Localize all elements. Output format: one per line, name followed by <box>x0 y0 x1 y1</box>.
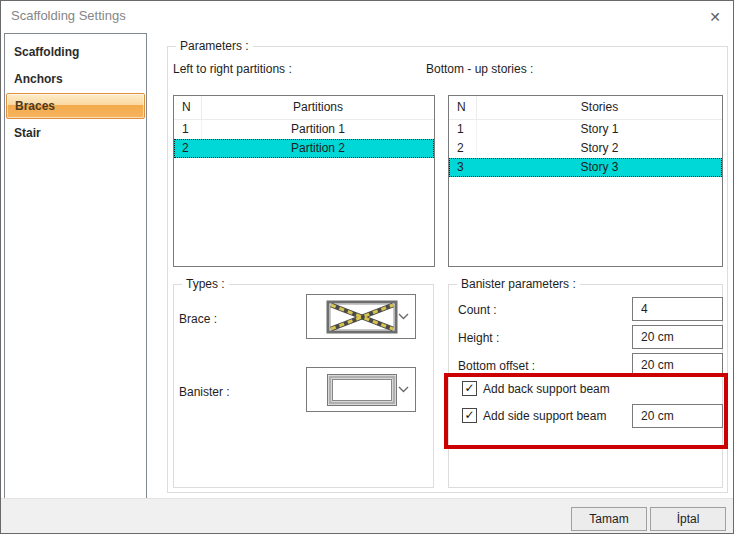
scaffolding-settings-dialog: Scaffolding Settings ✕ Scaffolding Ancho… <box>0 0 734 534</box>
table-row[interactable]: 2 Story 2 <box>449 139 722 158</box>
back-support-beam-label: Add back support beam <box>483 382 610 396</box>
partitions-table-header: N Partitions <box>174 96 434 120</box>
table-row-selected[interactable]: 3 Story 3 <box>449 158 722 177</box>
column-header-stories[interactable]: Stories <box>477 96 722 119</box>
banister-parameters-group-label: Banister parameters : <box>457 277 580 291</box>
sidebar-item-scaffolding[interactable]: Scaffolding <box>5 39 146 66</box>
side-support-beam-label: Add side support beam <box>483 409 606 423</box>
table-row-selected[interactable]: 2 Partition 2 <box>174 139 434 158</box>
bottom-offset-field[interactable] <box>632 353 723 377</box>
height-field[interactable] <box>632 325 723 349</box>
types-group-label: Types : <box>182 277 229 291</box>
bottom-offset-label: Bottom offset : <box>458 359 535 373</box>
row-index: 3 <box>449 158 477 177</box>
row-value: Partition 2 <box>202 139 434 158</box>
close-icon[interactable]: ✕ <box>702 5 728 29</box>
cancel-button[interactable]: İptal <box>650 507 726 531</box>
stories-table-header: N Stories <box>449 96 722 120</box>
row-index: 2 <box>174 139 202 158</box>
category-sidebar: Scaffolding Anchors Braces Stair <box>4 33 147 499</box>
count-field[interactable] <box>632 297 723 321</box>
row-value: Story 3 <box>477 158 722 177</box>
row-value: Story 1 <box>477 120 722 139</box>
height-label: Height : <box>458 331 499 345</box>
count-label: Count : <box>458 303 497 317</box>
row-index: 1 <box>174 120 202 139</box>
brace-type-dropdown[interactable] <box>306 294 416 339</box>
side-support-beam-checkbox[interactable]: ✓ <box>462 408 477 423</box>
table-row[interactable]: 1 Story 1 <box>449 120 722 139</box>
brace-cross-panel-icon <box>326 300 398 334</box>
ok-button[interactable]: Tamam <box>571 507 647 531</box>
parameters-group-label: Parameters : <box>176 39 253 53</box>
brace-label: Brace : <box>179 312 217 326</box>
table-row[interactable]: 1 Partition 1 <box>174 120 434 139</box>
column-header-n[interactable]: N <box>449 96 477 119</box>
back-support-beam-checkbox[interactable]: ✓ <box>462 381 477 396</box>
row-value: Story 2 <box>477 139 722 158</box>
checkmark-icon: ✓ <box>464 381 474 395</box>
side-support-beam-field[interactable] <box>632 404 723 428</box>
sidebar-item-stair[interactable]: Stair <box>5 120 146 147</box>
sidebar-item-braces[interactable]: Braces <box>6 93 145 119</box>
column-header-n[interactable]: N <box>174 96 202 119</box>
checkmark-icon: ✓ <box>464 408 474 422</box>
column-header-partitions[interactable]: Partitions <box>202 96 434 119</box>
chevron-down-icon <box>398 313 409 320</box>
chevron-down-icon <box>398 386 409 393</box>
window-title: Scaffolding Settings <box>11 8 126 23</box>
partitions-label: Left to right partitions : <box>173 62 292 76</box>
dialog-footer: Tamam İptal <box>1 498 733 533</box>
stories-label: Bottom - up stories : <box>426 62 533 76</box>
row-index: 2 <box>449 139 477 158</box>
stories-table: N Stories 1 Story 1 2 Story 2 3 Story 3 <box>448 95 723 267</box>
banister-label: Banister : <box>179 385 230 399</box>
sidebar-item-anchors[interactable]: Anchors <box>5 66 146 93</box>
row-index: 1 <box>449 120 477 139</box>
row-value: Partition 1 <box>202 120 434 139</box>
banister-type-dropdown[interactable] <box>306 367 416 412</box>
partitions-table: N Partitions 1 Partition 1 2 Partition 2 <box>173 95 435 267</box>
banister-empty-panel-icon <box>326 373 398 407</box>
